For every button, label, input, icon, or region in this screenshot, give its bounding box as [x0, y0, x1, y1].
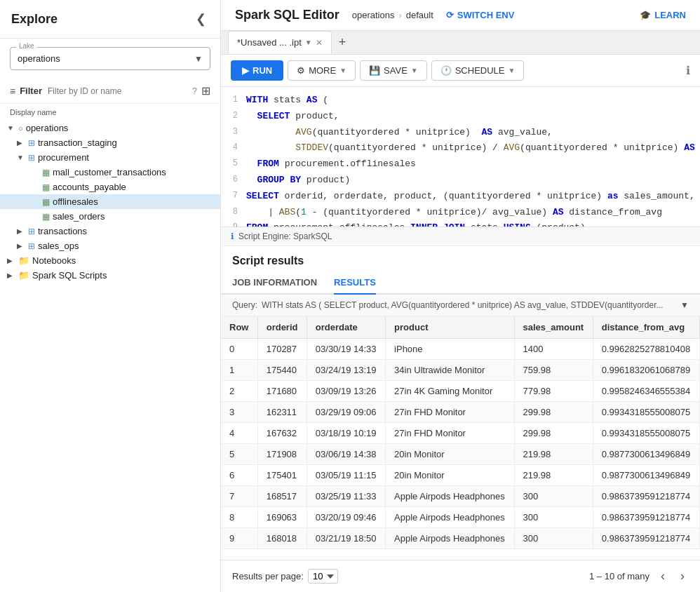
more-chevron-icon: ▼ [339, 67, 346, 74]
folder-icon: 📁 [18, 270, 29, 281]
tab-job-information[interactable]: JOB INFORMATION [232, 271, 317, 295]
table-cell: 03/05/19 11:15 [307, 465, 385, 486]
results-table: Row orderid orderdate product sales_amou… [221, 316, 700, 549]
editor-tabs-bar: *Unsaved ... .ipt ▼ ✕ + [221, 31, 700, 55]
results-table-wrapper[interactable]: Row orderid orderdate product sales_amou… [221, 316, 700, 560]
col-orderdate: orderdate [307, 316, 385, 339]
table-cell: 03/21/19 18:50 [307, 528, 385, 549]
tree-label: Spark SQL Scripts [32, 270, 107, 281]
filter-help-icon[interactable]: ? [192, 86, 197, 96]
toolbar-info-icon[interactable]: ℹ [686, 64, 690, 77]
add-tab-button[interactable]: + [335, 32, 351, 53]
tree-label: mall_customer_transactions [53, 167, 166, 177]
schedule-icon: 🕐 [440, 65, 452, 76]
table-cell: 0.9934318555008075 [593, 423, 699, 444]
table-cell: Apple Airpods Headphones [386, 528, 514, 549]
table-cell: 3 [221, 402, 257, 423]
more-label: MORE [309, 65, 336, 76]
tree-node-operations[interactable]: ▼ ○ operations [0, 121, 220, 135]
folder-icon: 📁 [18, 255, 29, 266]
table-cell: 300 [514, 528, 593, 549]
per-page-label: Results per page: [232, 571, 304, 581]
save-button[interactable]: 💾 SAVE ▼ [360, 60, 427, 81]
code-editor[interactable]: 1WITH stats AS ( 2 SELECT product, 3 AVG… [221, 87, 700, 227]
db-icon: ⊞ [28, 138, 35, 148]
table-icon: ▦ [42, 182, 50, 192]
learn-button[interactable]: 🎓 LEARN [640, 10, 686, 20]
switch-env-button[interactable]: ⟳ SWITCH ENV [440, 7, 520, 23]
table-cell: 300 [514, 507, 593, 528]
db-icon: ⊞ [28, 153, 35, 163]
next-page-button[interactable]: › [676, 567, 689, 585]
lake-dropdown-arrow-icon: ▼ [194, 54, 203, 64]
tree-label: transaction_staging [38, 137, 117, 148]
table-cell: 0.9961832061068789 [593, 360, 699, 381]
tree-label: sales_ops [38, 241, 79, 251]
query-bar: Query: WITH stats AS ( SELECT product, A… [221, 295, 700, 316]
table-row: 117544003/24/19 13:1934in Ultrawide Moni… [221, 360, 700, 381]
page-info: 1 – 10 of many [589, 571, 649, 581]
query-expand-icon[interactable]: ▼ [680, 300, 689, 310]
tree-node-spark-sql-scripts[interactable]: ▶ 📁 Spark SQL Scripts [0, 268, 220, 283]
tree-node-transaction-staging[interactable]: ▶ ⊞ transaction_staging [0, 135, 220, 150]
table-cell: 03/06/19 14:38 [307, 444, 385, 465]
run-button[interactable]: ▶ RUN [231, 60, 283, 81]
prev-page-button[interactable]: ‹ [657, 567, 669, 585]
chevron-right-icon: ▶ [17, 227, 25, 235]
sidebar-collapse-button[interactable]: ❮ [193, 10, 209, 28]
editor-toolbar: ▶ RUN ⚙ MORE ▼ 💾 SAVE ▼ 🕐 SCHEDULE ▼ ℹ [221, 55, 700, 87]
tree-node-procurement[interactable]: ▼ ⊞ procurement [0, 150, 220, 165]
table-cell: 2 [221, 381, 257, 402]
chevron-right-icon: ▶ [7, 271, 15, 279]
tree-node-transactions[interactable]: ▶ ⊞ transactions [0, 224, 220, 238]
tree-label: offlinesales [53, 196, 98, 207]
chevron-down-icon: ▼ [17, 154, 25, 161]
lake-selector[interactable]: Lake operations ▼ [10, 47, 210, 70]
table-cell: 03/25/19 11:33 [307, 486, 385, 507]
table-row: 517190803/06/19 14:3820in Monitor219.980… [221, 444, 700, 465]
learn-icon: 🎓 [640, 10, 651, 20]
learn-label: LEARN [654, 10, 686, 20]
editor-tab-unsaved[interactable]: *Unsaved ... .ipt ▼ ✕ [228, 31, 332, 54]
more-button[interactable]: ⚙ MORE ▼ [288, 60, 356, 81]
chevron-right-icon: ▶ [17, 242, 25, 250]
script-results-title: Script results [221, 246, 700, 271]
table-icon: ▦ [42, 212, 50, 222]
table-row: 416763203/18/19 10:1927in FHD Monitor299… [221, 423, 700, 444]
table-cell: 175401 [257, 465, 307, 486]
chevron-right-icon: ▶ [17, 139, 25, 147]
tree-node-offlinesales[interactable]: ▦ offlinesales [0, 194, 220, 209]
filter-view-icon[interactable]: ⊞ [201, 84, 210, 97]
schedule-button[interactable]: 🕐 SCHEDULE ▼ [431, 60, 525, 81]
tree-node-sales-orders[interactable]: ▦ sales_orders [0, 209, 220, 224]
tab-close-icon[interactable]: ✕ [316, 38, 323, 48]
tab-results[interactable]: RESULTS [334, 271, 376, 295]
tree-node-sales-ops[interactable]: ▶ ⊞ sales_ops [0, 238, 220, 253]
page-navigation: 1 – 10 of many ‹ › [589, 567, 689, 585]
table-cell: 27in FHD Monitor [386, 423, 514, 444]
filter-bar: ≡ Filter ? ⊞ [0, 79, 220, 104]
table-cell: 219.98 [514, 444, 593, 465]
table-cell: 8 [221, 507, 257, 528]
tree-node-mall-customer-transactions[interactable]: ▦ mall_customer_transactions [0, 165, 220, 180]
breadcrumb-separator-icon: › [398, 10, 401, 20]
switch-env-label: SWITCH ENV [457, 10, 515, 20]
table-cell: 4 [221, 423, 257, 444]
tree-node-notebooks[interactable]: ▶ 📁 Notebooks [0, 253, 220, 268]
table-row: 017028703/30/19 14:33iPhone14000.9962825… [221, 339, 700, 360]
tree-node-accounts-payable[interactable]: ▦ accounts_payable [0, 180, 220, 194]
filter-input[interactable] [48, 86, 188, 96]
script-engine-bar: ℹ Script Engine: SparkSQL [221, 227, 700, 246]
tab-dropdown-icon[interactable]: ▼ [305, 39, 312, 46]
per-page-select[interactable]: 10 25 50 [308, 569, 338, 584]
filter-icon: ≡ [10, 86, 15, 97]
table-cell: 170287 [257, 339, 307, 360]
results-tabs: JOB INFORMATION RESULTS [221, 271, 700, 295]
breadcrumb-operations: operations [352, 10, 395, 20]
table-cell: 299.98 [514, 402, 593, 423]
table-cell: 168018 [257, 528, 307, 549]
tree-label: accounts_payable [53, 182, 126, 192]
table-cell: 0.9863739591218774 [593, 528, 699, 549]
table-cell: 0.9877300613496849 [593, 444, 699, 465]
table-cell: 20in Monitor [386, 444, 514, 465]
